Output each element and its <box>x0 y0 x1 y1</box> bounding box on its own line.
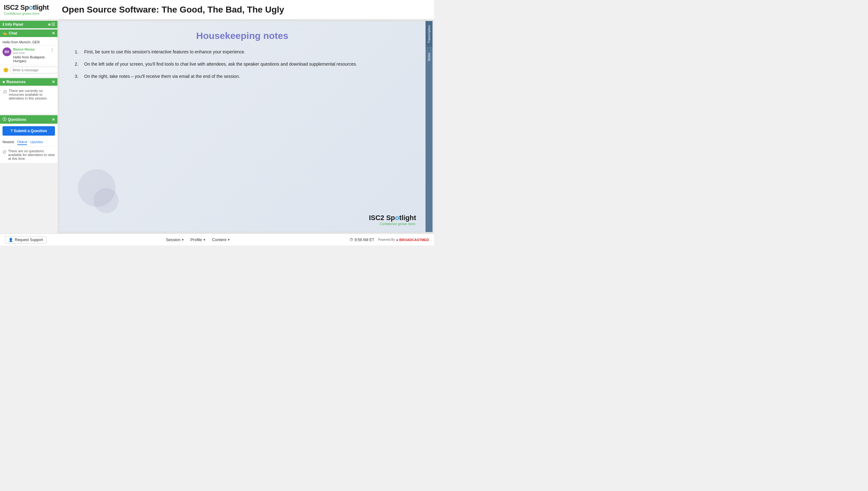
no-questions-text: There are no questions available for att… <box>8 149 55 161</box>
resources-icon: ■ <box>2 80 5 84</box>
submit-question-btn[interactable]: ? Submit a Question <box>2 126 55 136</box>
slide-item-3: 3. On the right, take notes – you'll rec… <box>75 73 410 80</box>
nav-session-label: Session <box>166 237 180 242</box>
chat-message-1: Hello from Munich, GER <box>2 39 56 46</box>
tab-notes[interactable]: Notes <box>426 49 432 65</box>
resources-close-btn[interactable]: ✕ <box>52 80 55 84</box>
slide-logo-tagline: Confidence grows here. <box>369 222 416 226</box>
header-title: Open Source Software: The Good, The Bad,… <box>62 5 284 15</box>
slide-item-2-text: On the left side of your screen, you'll … <box>84 61 357 67</box>
time-display: ⏱ 9:59 AM ET <box>349 238 374 242</box>
broadcastmed-label: BROADCASTMED <box>399 238 429 242</box>
questions-panel: ⓘ Questions ✕ ? Submit a Question Newest… <box>0 115 57 163</box>
tab-transcription-label: Transcription <box>427 25 431 43</box>
slide-item-2: 2. On the left side of your screen, you'… <box>75 61 410 67</box>
info-panel-grid[interactable]: ☷ <box>52 22 55 27</box>
chat-label: Chat <box>9 31 17 35</box>
questions-panel-header: ⓘ Questions ✕ <box>0 115 57 124</box>
chat-avatar-initials: BH <box>5 50 9 54</box>
questions-icon: ⓘ <box>2 117 6 122</box>
questions-controls[interactable]: ✕ <box>52 118 55 121</box>
chat-more-btn[interactable]: ⋮ <box>49 48 55 52</box>
chat-user-info: Bence Hezso just now Hello from Budapest… <box>13 48 48 63</box>
time-label: 9:59 AM ET <box>354 238 374 242</box>
clock-icon: ⏱ <box>349 238 353 242</box>
tab-transcription[interactable]: Transcription <box>426 21 432 47</box>
profile-chevron: ▼ <box>203 238 206 241</box>
info-panel-title-area: ℹ Info Panel <box>2 22 23 27</box>
resources-label: Resources <box>6 80 25 84</box>
nav-profile[interactable]: Profile ▼ <box>190 237 206 242</box>
sidebar: ℹ Info Panel ■ ☷ ✍ Chat ✕ <box>0 20 57 234</box>
logo-tagline: Confidence grows here. <box>4 11 59 16</box>
resources-panel-header: ■ Resources ✕ <box>0 78 57 86</box>
slide-num-1: 1. <box>75 49 81 55</box>
info-icon: ℹ <box>2 22 4 27</box>
resources-title-area: ■ Resources <box>2 80 26 84</box>
no-questions-msg: ∅ There are no questions available for a… <box>2 149 55 161</box>
resources-body: ∅ There are currently no resources avail… <box>0 86 57 114</box>
request-support-btn[interactable]: 👤 Request Support <box>5 236 47 243</box>
session-chevron: ▼ <box>181 238 184 241</box>
questions-body: ? Submit a Question Newest Oldest Upvote… <box>0 124 57 163</box>
bottom-bar: 👤 Request Support Session ▼ Profile ▼ Co… <box>0 234 434 246</box>
bottom-left: 👤 Request Support <box>5 236 47 243</box>
questions-title-area: ⓘ Questions <box>2 117 26 122</box>
slide-title: Housekeeping notes <box>75 30 410 41</box>
chat-avatar: BH <box>2 48 11 56</box>
chat-user-row: BH Bence Hezso just now Hello from Budap… <box>2 46 56 65</box>
info-panel-minimize[interactable]: ■ <box>48 22 50 27</box>
bottom-right: ⏱ 9:59 AM ET Powered By ● BROADCASTMED <box>349 238 429 242</box>
logo-spotlight-l: o <box>29 3 33 11</box>
slide-item-1-text: First, be sure to use this session's int… <box>84 49 245 55</box>
emoji-icon[interactable]: 🙂 <box>3 67 8 73</box>
chat-timestamp: just now <box>13 51 48 55</box>
nav-content[interactable]: Content ▼ <box>212 237 230 242</box>
nav-session[interactable]: Session ▼ <box>166 237 184 242</box>
logo-isc2: ISC2 <box>4 3 21 11</box>
no-resources-text: There are currently no resources availab… <box>9 89 54 100</box>
powered-by-prefix: Powered By <box>378 238 395 241</box>
header: ISC2 Spotlight Confidence grows here. Op… <box>0 0 434 20</box>
questions-close-btn[interactable]: ✕ <box>52 118 55 121</box>
slide-container: Housekeeping notes 1. First, be sure to … <box>59 21 433 232</box>
slide-logo-text: ISC2 Spotlight <box>369 214 416 222</box>
chat-username: Bence Hezso <box>13 48 48 51</box>
chat-title-area: ✍ Chat <box>2 31 17 35</box>
resources-controls[interactable]: ✕ <box>52 80 55 84</box>
chat-user-message: Hello from Budapest, Hungary. <box>13 55 48 63</box>
chat-input-row[interactable]: 🙂 ➤ <box>2 65 56 75</box>
chat-message-1-text: Hello from Munich, GER <box>2 40 40 44</box>
tab-newest[interactable]: Newest <box>2 139 14 145</box>
slide-logo-o: o <box>395 214 399 222</box>
chat-close-btn[interactable]: ✕ <box>52 31 55 35</box>
resources-panel: ■ Resources ✕ ∅ There are currently no r… <box>0 78 57 114</box>
tab-upvotes[interactable]: Upvotes <box>30 139 43 145</box>
no-questions-icon: ∅ <box>2 149 6 154</box>
content-chevron: ▼ <box>227 238 230 241</box>
nav-content-label: Content <box>212 237 226 242</box>
slide-decor-2 <box>94 188 119 213</box>
broadcastmed-logo: ● BROADCASTMED <box>396 238 429 242</box>
questions-tabs: Newest Oldest Upvotes <box>2 138 55 147</box>
chat-body: Hello from Munich, GER BH Bence Hezso ju… <box>0 37 57 77</box>
chat-controls[interactable]: ✕ <box>52 31 55 35</box>
no-resources-msg: ∅ There are currently no resources avail… <box>3 89 54 100</box>
person-icon: 👤 <box>8 238 13 242</box>
bottom-nav: Session ▼ Profile ▼ Content ▼ <box>166 237 230 242</box>
slide-content: Housekeeping notes 1. First, be sure to … <box>59 21 426 232</box>
slide-item-3-text: On the right, take notes – you'll receiv… <box>84 73 240 80</box>
tab-oldest[interactable]: Oldest <box>17 139 27 145</box>
no-resources-icon: ∅ <box>3 89 7 94</box>
chat-panel: ✍ Chat ✕ Hello from Munich, GER BH Bence… <box>0 30 57 77</box>
slide-logo-area: ISC2 Spotlight Confidence grows here. <box>369 214 416 226</box>
nav-profile-label: Profile <box>190 237 202 242</box>
chat-input[interactable] <box>10 66 57 74</box>
slide-num-2: 2. <box>75 61 81 67</box>
slide-num-3: 3. <box>75 73 81 80</box>
tab-notes-label: Notes <box>427 53 431 61</box>
logo-area: ISC2 Spotlight Confidence grows here. <box>4 4 59 15</box>
slide-item-1: 1. First, be sure to use this session's … <box>75 49 410 55</box>
info-panel-controls[interactable]: ■ ☷ <box>48 22 55 27</box>
chat-icon: ✍ <box>2 31 7 35</box>
